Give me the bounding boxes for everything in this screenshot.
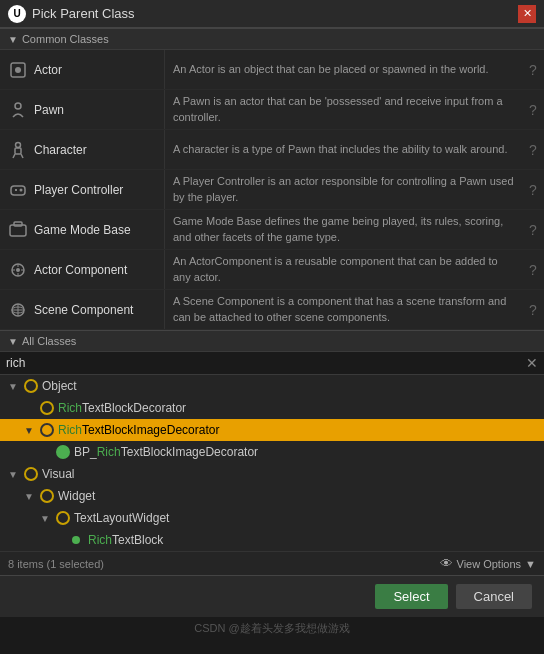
svg-point-3 [16,142,21,147]
search-input[interactable] [6,356,522,370]
help-icon-game-mode-base[interactable]: ? [522,210,544,249]
item-label-bp: BP_RichTextBlockImageDecorator [74,445,258,459]
svg-line-5 [13,154,15,158]
svg-point-1 [15,67,21,73]
help-icon-character[interactable]: ? [522,130,544,169]
class-name-actor-component: Actor Component [34,263,127,277]
common-classes-list: Actor An Actor is an object that can be … [0,50,544,330]
common-classes-header: ▼ Common Classes [0,28,544,50]
arrow-icon-visual: ▼ [8,469,20,480]
class-desc-actor: An Actor is an object that can be placed… [165,50,522,89]
pawn-icon [8,100,28,120]
class-desc-player-controller: A Player Controller is an actor responsi… [165,170,522,209]
svg-rect-12 [14,222,22,226]
class-name-player-controller: Player Controller [34,183,123,197]
class-desc-game-mode-base: Game Mode Base defines the game being pl… [165,210,522,249]
item-label-tlw: TextLayoutWidget [74,511,169,525]
svg-rect-7 [11,186,25,195]
all-classes-arrow: ▼ [8,336,18,347]
footer: Select Cancel [0,575,544,617]
item-label-visual: Visual [42,467,74,481]
class-desc-pawn: A Pawn is an actor that can be 'possesse… [165,90,522,129]
player-controller-icon [8,180,28,200]
class-left-actor-component: Actor Component [0,250,165,289]
view-options-button[interactable]: 👁 View Options ▼ [440,556,537,571]
eye-icon: 👁 [440,556,453,571]
class-row-game-mode-base[interactable]: Game Mode Base Game Mode Base defines th… [0,210,544,250]
class-row-character[interactable]: Character A character is a type of Pawn … [0,130,544,170]
ue-logo: U [8,5,26,23]
tree-list: ▼ Object ▶ RichTextBlockDecorator ▼ Rich… [0,375,544,551]
arrow-icon-rtb: ▶ [56,535,68,546]
class-left-character: Character [0,130,165,169]
class-desc-actor-component: An ActorComponent is a reusable componen… [165,250,522,289]
help-icon-scene-component[interactable]: ? [522,290,544,329]
help-icon-player-controller[interactable]: ? [522,170,544,209]
class-name-actor: Actor [34,63,62,77]
view-options-label: View Options [457,558,522,570]
class-row-player-controller[interactable]: Player Controller A Player Controller is… [0,170,544,210]
help-icon-pawn[interactable]: ? [522,90,544,129]
class-left-actor: Actor [0,50,165,89]
select-button[interactable]: Select [375,584,447,609]
list-item-rich-text-block-image-decorator[interactable]: ▼ RichTextBlockImageDecorator [0,419,544,441]
class-left-game-mode-base: Game Mode Base [0,210,165,249]
watermark-text: CSDN @趁着头发多我想做游戏 [194,622,349,634]
list-item-bp-rich-text-block-image-decorator[interactable]: ▶ BP_RichTextBlockImageDecorator [0,441,544,463]
list-item-text-layout-widget[interactable]: ▼ TextLayoutWidget [0,507,544,529]
class-row-actor[interactable]: Actor An Actor is an object that can be … [0,50,544,90]
item-label-rtbd: RichTextBlockDecorator [58,401,186,415]
class-row-actor-component[interactable]: Actor Component An ActorComponent is a r… [0,250,544,290]
game-mode-base-icon [8,220,28,240]
character-icon [8,140,28,160]
list-item-visual[interactable]: ▼ Visual [0,463,544,485]
arrow-icon-object: ▼ [8,381,20,392]
arrow-icon-bp: ▶ [40,447,52,458]
class-name-game-mode-base: Game Mode Base [34,223,131,237]
common-classes-arrow: ▼ [8,34,18,45]
class-left-pawn: Pawn [0,90,165,129]
svg-rect-4 [15,148,21,154]
class-left-scene-component: Scene Component [0,290,165,329]
svg-point-14 [16,268,20,272]
title-bar: U Pick Parent Class ✕ [0,0,544,28]
arrow-icon-tlw: ▼ [40,513,52,524]
arrow-icon-rtbd: ▶ [24,403,36,414]
help-icon-actor-component[interactable]: ? [522,250,544,289]
list-item-object[interactable]: ▼ Object [0,375,544,397]
arrow-icon-rtbid: ▼ [24,425,36,436]
svg-point-10 [20,188,23,191]
class-row-scene-component[interactable]: Scene Component A Scene Component is a c… [0,290,544,330]
close-button[interactable]: ✕ [518,5,536,23]
all-classes-header: ▼ All Classes [0,330,544,352]
title-bar-left: U Pick Parent Class [8,5,135,23]
arrow-icon-widget: ▼ [24,491,36,502]
search-bar: ✕ [0,352,544,375]
watermark: CSDN @趁着头发多我想做游戏 [0,617,544,640]
status-bar: 8 items (1 selected) 👁 View Options ▼ [0,551,544,575]
list-item-rich-text-block-decorator[interactable]: ▶ RichTextBlockDecorator [0,397,544,419]
common-classes-label: Common Classes [22,33,109,45]
class-name-scene-component: Scene Component [34,303,133,317]
class-name-pawn: Pawn [34,103,64,117]
item-label-rtb: RichTextBlock [88,533,163,547]
cancel-button[interactable]: Cancel [456,584,532,609]
list-item-widget[interactable]: ▼ Widget [0,485,544,507]
actor-icon [8,60,28,80]
view-options-arrow: ▼ [525,558,536,570]
scene-component-icon [8,300,28,320]
class-desc-character: A character is a type of Pawn that inclu… [165,130,522,169]
all-classes-label: All Classes [22,335,76,347]
actor-component-icon [8,260,28,280]
list-item-rich-text-block[interactable]: ▶ RichTextBlock [0,529,544,551]
help-icon-actor[interactable]: ? [522,50,544,89]
class-name-character: Character [34,143,87,157]
class-row-pawn[interactable]: Pawn A Pawn is an actor that can be 'pos… [0,90,544,130]
svg-point-2 [15,103,21,109]
item-label-widget: Widget [58,489,95,503]
item-label-rtbid: RichTextBlockImageDecorator [58,423,219,437]
window-title: Pick Parent Class [32,6,135,21]
class-left-player-controller: Player Controller [0,170,165,209]
status-text: 8 items (1 selected) [8,558,104,570]
search-clear-button[interactable]: ✕ [526,355,538,371]
